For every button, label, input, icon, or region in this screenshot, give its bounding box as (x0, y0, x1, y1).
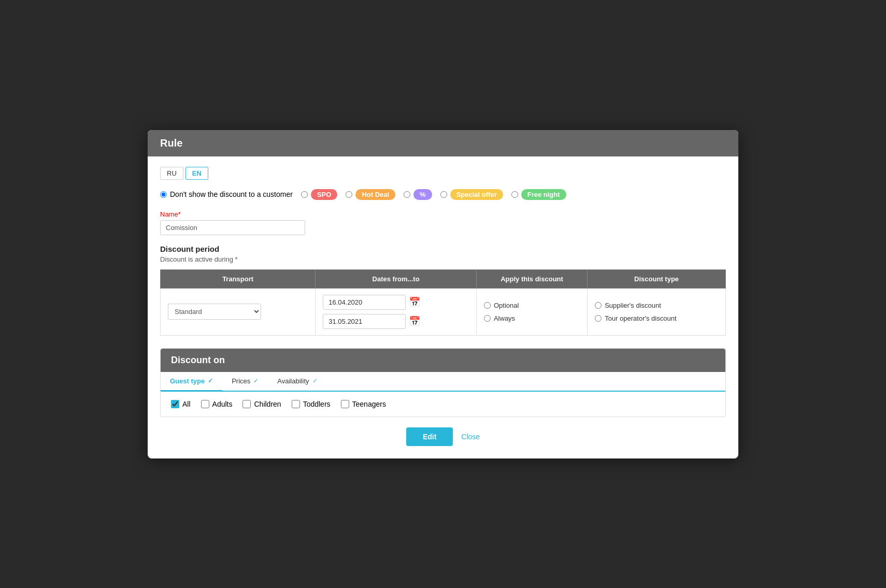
checkbox-adults-label: Adults (212, 400, 233, 408)
always-label: Always (494, 314, 515, 322)
no-discount-label: Don't show the discount to a customer (170, 190, 293, 198)
discount-on-title: Discount on (171, 355, 715, 366)
radio-no-discount[interactable]: Don't show the discount to a customer (160, 190, 293, 198)
close-button[interactable]: Close (461, 433, 480, 441)
date-from-wrapper: 📅 (323, 295, 469, 310)
discount-on-header: Discount on (161, 349, 725, 372)
name-input[interactable] (160, 220, 305, 235)
col-discount-type: Discount type (588, 269, 726, 288)
radio-tour-operator[interactable]: Tour operator's discount (595, 314, 718, 322)
checkbox-toddlers[interactable]: Toddlers (292, 400, 331, 408)
checkbox-teenagers-label: Teenagers (352, 400, 386, 408)
discount-type-cell: Supplier's discount Tour operator's disc… (588, 288, 726, 335)
col-dates: Dates from...to (316, 269, 477, 288)
checkbox-all-label: All (182, 400, 191, 408)
radio-always[interactable]: Always (484, 314, 580, 322)
radio-freenight[interactable]: Free night (511, 189, 566, 200)
col-apply: Apply this discount (476, 269, 587, 288)
discount-type-radio-group-cell: Supplier's discount Tour operator's disc… (595, 302, 718, 322)
tab-guest-type[interactable]: Guest type ✓ (161, 372, 222, 392)
supplier-label: Supplier's discount (605, 302, 661, 309)
tab-prices-check-icon: ✓ (253, 377, 259, 384)
checkbox-teenagers-input[interactable] (341, 400, 349, 408)
date-from-input[interactable] (323, 295, 406, 310)
radio-optional[interactable]: Optional (484, 302, 580, 309)
radio-supplier[interactable]: Supplier's discount (595, 302, 718, 309)
spo-badge: SPO (311, 189, 337, 200)
tab-availability-label: Availability (277, 377, 309, 385)
radio-hotdeal[interactable]: Hot Deal (346, 189, 395, 200)
language-switcher: RU EN (160, 167, 726, 180)
tab-availability-check-icon: ✓ (312, 377, 318, 384)
transport-cell: Standard (161, 288, 316, 335)
radio-percent[interactable]: % (404, 189, 432, 200)
table-row: Standard 📅 📅 (161, 288, 726, 335)
apply-discount-radio-group: Optional Always (484, 302, 580, 322)
lang-ru-button[interactable]: RU (160, 167, 183, 180)
col-transport: Transport (161, 269, 316, 288)
apply-cell: Optional Always (476, 288, 587, 335)
checkbox-adults[interactable]: Adults (201, 400, 233, 408)
calendar-to-icon[interactable]: 📅 (409, 315, 420, 327)
discount-type-radio-group: Don't show the discount to a customer SP… (160, 189, 726, 200)
modal-body: RU EN Don't show the discount to a custo… (148, 156, 738, 458)
tab-prices-label: Prices (232, 377, 250, 385)
modal-title: Rule (160, 137, 726, 149)
discount-period-title: Discount period (160, 245, 726, 253)
modal-header: Rule (148, 130, 738, 156)
guest-type-checkboxes: All Adults Children Toddlers Teenagers (161, 392, 725, 417)
modal-container: Rule RU EN Don't show the discount to a … (148, 130, 738, 458)
checkbox-toddlers-label: Toddlers (303, 400, 331, 408)
discount-on-section: Discount on Guest type ✓ Prices ✓ Availa… (160, 348, 726, 417)
date-to-input[interactable] (323, 314, 406, 329)
discount-table: Transport Dates from...to Apply this dis… (160, 269, 726, 336)
tab-availability[interactable]: Availability ✓ (268, 372, 326, 392)
tour-operator-label: Tour operator's discount (605, 314, 676, 322)
discount-period-subtitle: Discount is active during * (160, 255, 726, 263)
transport-select[interactable]: Standard (168, 304, 261, 320)
tab-guest-type-check-icon: ✓ (208, 377, 213, 384)
tab-guest-type-label: Guest type (170, 377, 205, 385)
checkbox-toddlers-input[interactable] (292, 400, 300, 408)
dates-cell: 📅 📅 (316, 288, 477, 335)
calendar-from-icon[interactable]: 📅 (409, 296, 420, 308)
edit-button[interactable]: Edit (406, 427, 453, 446)
radio-spo[interactable]: SPO (301, 189, 337, 200)
checkbox-teenagers[interactable]: Teenagers (341, 400, 386, 408)
discount-on-tabs: Guest type ✓ Prices ✓ Availability ✓ (161, 372, 725, 392)
checkbox-all[interactable]: All (171, 400, 191, 408)
specialoffer-badge: Special offer (450, 189, 503, 200)
modal-actions: Edit Close (160, 427, 726, 446)
checkbox-children-label: Children (254, 400, 281, 408)
date-to-wrapper: 📅 (323, 314, 469, 329)
hotdeal-badge: Hot Deal (355, 189, 395, 200)
checkbox-children-input[interactable] (242, 400, 251, 408)
checkbox-all-input[interactable] (171, 400, 179, 408)
optional-label: Optional (494, 302, 519, 309)
checkbox-adults-input[interactable] (201, 400, 209, 408)
checkbox-children[interactable]: Children (242, 400, 281, 408)
percent-badge: % (413, 189, 432, 200)
radio-specialoffer[interactable]: Special offer (440, 189, 503, 200)
name-label: Name* (160, 210, 726, 218)
tab-prices[interactable]: Prices ✓ (222, 372, 268, 392)
name-field-group: Name* (160, 210, 726, 235)
lang-en-button[interactable]: EN (185, 167, 208, 180)
required-star: * (178, 210, 181, 218)
freenight-badge: Free night (521, 189, 566, 200)
